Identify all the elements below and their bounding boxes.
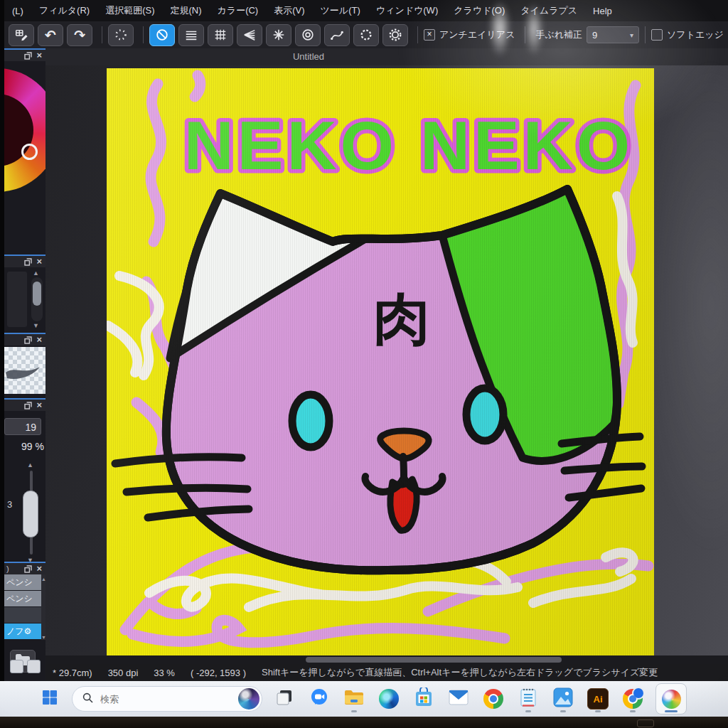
- menu-item-select[interactable]: 選択範囲(S): [97, 4, 162, 17]
- microsoft-store-button[interactable]: [411, 685, 437, 713]
- snap-parallel-button[interactable]: [178, 24, 204, 46]
- canvas-tab-title[interactable]: Untitled: [173, 51, 444, 62]
- running-indicator: [630, 710, 636, 712]
- horizontal-scrollbar[interactable]: [46, 655, 728, 664]
- canvas-settings-button[interactable]: [9, 24, 34, 46]
- curve-icon: [330, 28, 344, 42]
- task-view-button[interactable]: [272, 685, 297, 713]
- paint-app-button[interactable]: [655, 685, 687, 713]
- close-icon[interactable]: ×: [36, 336, 42, 344]
- color-wheel[interactable]: [4, 68, 46, 192]
- menu-item-cloud[interactable]: クラウド(O): [446, 4, 513, 17]
- menu-item-help[interactable]: Help: [585, 6, 620, 16]
- snap-off-button[interactable]: [149, 24, 175, 46]
- tool-item-pencil2[interactable]: ペンシ: [4, 591, 41, 606]
- scroll-up-icon[interactable]: ▲: [33, 270, 39, 277]
- search-highlight-image[interactable]: [238, 688, 259, 710]
- chrome-profile-button[interactable]: [620, 685, 646, 713]
- drawing-canvas[interactable]: NEKO NEKO 肉: [107, 68, 654, 655]
- menu-item-tool[interactable]: ツール(T): [313, 4, 368, 17]
- popout-icon[interactable]: [24, 565, 32, 573]
- slider-thumb[interactable]: [23, 491, 38, 537]
- video-chat-app-button[interactable]: [306, 685, 332, 713]
- statusbar: * 29.7cm) 350 dpi 33 % ( -292, 1593 ) Sh…: [46, 664, 728, 681]
- popout-icon[interactable]: [24, 336, 32, 344]
- running-indicator: [525, 710, 531, 712]
- brush-stroke-icon: [4, 357, 46, 385]
- redo-button[interactable]: ↷: [67, 24, 92, 46]
- search-input[interactable]: [99, 693, 215, 705]
- snap-settings-button[interactable]: [382, 24, 408, 46]
- antialias-checkbox[interactable]: ×: [424, 29, 435, 41]
- color-wheel-panel: [4, 60, 46, 209]
- menu-item-color[interactable]: カラー(C): [210, 4, 267, 17]
- vertical-scrollbar[interactable]: [31, 277, 43, 321]
- tool-item-selected[interactable]: ノフ⚙: [4, 623, 41, 639]
- parallel-lines-icon: [184, 28, 198, 42]
- file-explorer-button[interactable]: [341, 685, 367, 713]
- stabilization-dropdown[interactable]: 9 ▾: [587, 26, 639, 43]
- menu-item-layer[interactable]: (L): [4, 6, 31, 16]
- taskbar-search[interactable]: [72, 686, 262, 712]
- zoom-level: 33 %: [154, 668, 175, 678]
- edge-browser-button[interactable]: [376, 685, 402, 713]
- tool-panel-header: ) ×: [4, 562, 46, 574]
- radial-lines-icon: [272, 28, 286, 42]
- rotate-reset-button[interactable]: [108, 24, 134, 46]
- adobe-illustrator-button[interactable]: Ai: [585, 685, 611, 713]
- close-icon[interactable]: ×: [36, 401, 42, 410]
- scrollbar-thumb[interactable]: [33, 282, 41, 306]
- start-button[interactable]: [37, 685, 63, 713]
- soft-edge-checkbox[interactable]: [651, 29, 663, 41]
- notepad-button[interactable]: [515, 685, 541, 713]
- close-icon[interactable]: ×: [36, 564, 42, 573]
- stabilization-label: 手ぶれ補正: [535, 28, 582, 41]
- snap-vanishing-button[interactable]: [237, 24, 262, 46]
- toolbar-separator: [143, 26, 144, 43]
- menu-item-filter[interactable]: フィルタ(R): [31, 4, 97, 17]
- close-icon[interactable]: ×: [36, 257, 42, 266]
- mail-button[interactable]: [446, 685, 471, 713]
- canvas-workspace: NEKO NEKO 肉: [46, 65, 728, 655]
- snap-curve-button[interactable]: [324, 24, 350, 46]
- scrollbar-thumb[interactable]: [306, 657, 562, 663]
- slider-up-icon[interactable]: ▲: [27, 462, 33, 469]
- tool-list: ペンシ ペンシ ノフ⚙: [4, 574, 41, 640]
- toolbar-separator: [525, 26, 525, 43]
- menu-item-view[interactable]: 表示(V): [266, 4, 312, 17]
- snap-grid-button[interactable]: [208, 24, 233, 46]
- cat-head: 肉: [115, 189, 642, 570]
- chrome-button[interactable]: [481, 685, 506, 713]
- snap-radial-button[interactable]: [266, 24, 291, 46]
- active-running-indicator: [665, 710, 678, 712]
- windows-logo-icon: [41, 689, 58, 709]
- concentric-circles-icon: [301, 28, 315, 42]
- color-wheel-selector[interactable]: [21, 144, 38, 160]
- menu-item-ruler[interactable]: 定規(N): [163, 4, 210, 17]
- snap-ring-button[interactable]: [353, 24, 379, 46]
- tool-item-blank[interactable]: [4, 607, 41, 623]
- palette-button-2[interactable]: [27, 660, 41, 673]
- cursor-coordinates: ( -292, 1593 ): [191, 668, 246, 678]
- undo-button[interactable]: ↶: [38, 24, 63, 46]
- forehead-kanji: 肉: [373, 287, 430, 350]
- tool-item-pencil[interactable]: ペンシ: [4, 574, 41, 590]
- store-icon: [414, 687, 433, 710]
- photos-icon: [553, 687, 573, 710]
- opacity-value[interactable]: 99 %: [4, 441, 44, 452]
- snap-concentric-button[interactable]: [295, 24, 321, 46]
- menu-item-window[interactable]: ウィンドウ(W): [368, 4, 446, 17]
- popout-icon[interactable]: [24, 52, 32, 60]
- mail-icon: [449, 690, 469, 708]
- left-panel-column: × × ▲ ▼ × × 19 99 % ▲: [4, 48, 46, 681]
- palette-button[interactable]: [10, 660, 23, 673]
- grid-icon: [213, 28, 228, 42]
- close-icon[interactable]: ×: [36, 51, 42, 60]
- search-icon: [82, 692, 93, 706]
- scroll-down-icon[interactable]: ▼: [33, 323, 39, 329]
- popout-icon[interactable]: [24, 258, 32, 266]
- popout-icon[interactable]: [24, 402, 32, 410]
- menu-item-timelapse[interactable]: タイムラプス: [513, 4, 585, 17]
- brush-size-field[interactable]: 19: [4, 418, 41, 435]
- photos-button[interactable]: [550, 685, 576, 713]
